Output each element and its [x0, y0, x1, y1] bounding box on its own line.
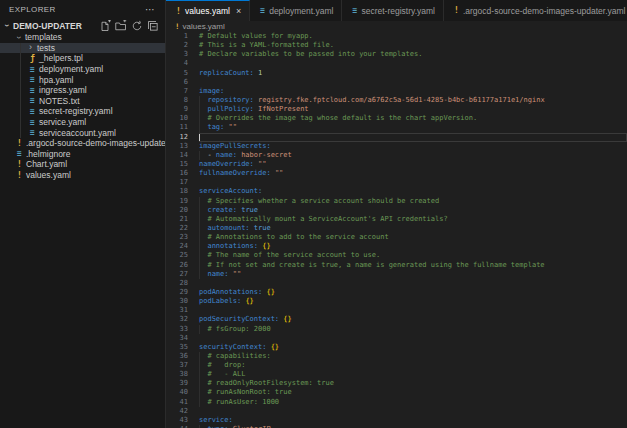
- code-line-36: 36 # capabilities:: [166, 352, 627, 361]
- document-icon: ≡: [28, 128, 37, 137]
- line-content: # - ALL: [199, 370, 627, 379]
- line-number: 32: [166, 315, 188, 324]
- indent-guide: [199, 398, 200, 407]
- line-number: 20: [166, 206, 188, 215]
- document-icon: ≡: [28, 86, 37, 95]
- collapse-all-icon[interactable]: [147, 20, 159, 32]
- indent-guide: [199, 270, 200, 279]
- tree-item-templates[interactable]: ›templates: [0, 32, 165, 43]
- line-content: nameOverride: "": [199, 160, 627, 169]
- file-label: serviceaccount.yaml: [39, 128, 116, 138]
- indent-guide: [199, 251, 200, 260]
- indent-guide: [199, 96, 200, 105]
- code-line-34: 34: [166, 334, 627, 343]
- tree-item--helpers-tpl[interactable]: ƒ_helpers.tpl: [0, 53, 165, 64]
- tree-item-values-yaml[interactable]: !values.yaml: [0, 170, 165, 181]
- new-file-icon[interactable]: [99, 20, 111, 32]
- tree-item--helmignore[interactable]: ≡.helmignore: [0, 149, 165, 160]
- yaml-warning-icon: !: [15, 171, 24, 180]
- template-file-icon: ƒ: [28, 54, 37, 63]
- code-line-35: 35securityContext: {}: [166, 343, 627, 352]
- line-number: 23: [166, 233, 188, 242]
- file-label: tests: [37, 43, 55, 53]
- line-content: # Declare variables to be passed into yo…: [199, 50, 627, 59]
- line-content: replicaCount: 1: [199, 69, 627, 78]
- document-icon: ≡: [258, 6, 267, 15]
- file-label: Chart.yaml: [26, 159, 67, 169]
- code-line-19: 19 # Specifies whether a service account…: [166, 197, 627, 206]
- code-line-20: 20 create: true: [166, 206, 627, 215]
- workspace-section-header[interactable]: › DEMO-UPDATER: [0, 19, 165, 32]
- tree-item-deployment-yaml[interactable]: ≡deployment.yaml: [0, 64, 165, 75]
- line-number: 36: [166, 352, 188, 361]
- tab-bar: !values.yaml×≡deployment.yaml≡secret-reg…: [166, 0, 627, 21]
- line-number: 30: [166, 297, 188, 306]
- line-number: 28: [166, 279, 188, 288]
- code-editor[interactable]: 1# Default values for myapp.2# This is a…: [166, 32, 627, 428]
- tree-item-tests[interactable]: ›tests: [0, 43, 165, 54]
- line-content: # drop:: [199, 361, 627, 370]
- line-number: 38: [166, 370, 188, 379]
- indent-guide: [199, 370, 200, 379]
- line-content: imagePullSecrets:: [199, 142, 627, 151]
- line-content: name: "": [199, 270, 627, 279]
- tree-item-hpa-yaml[interactable]: ≡hpa.yaml: [0, 74, 165, 85]
- indent-guide: [199, 123, 200, 132]
- line-number: 21: [166, 215, 188, 224]
- line-number: 43: [166, 416, 188, 425]
- tab-label: values.yaml: [185, 6, 230, 16]
- tree-item-ingress-yaml[interactable]: ≡ingress.yaml: [0, 85, 165, 96]
- code-line-4: 4: [166, 59, 627, 68]
- tree-item-serviceaccount-yaml[interactable]: ≡serviceaccount.yaml: [0, 127, 165, 138]
- tree-item-notes-txt[interactable]: ≡NOTES.txt: [0, 96, 165, 107]
- yaml-warning-icon: !: [174, 7, 183, 16]
- line-number: 22: [166, 224, 188, 233]
- code-line-26: 26 # If not set and create is true, a na…: [166, 261, 627, 270]
- line-content: serviceAccount:: [199, 187, 627, 196]
- file-label: _helpers.tpl: [39, 53, 83, 63]
- line-content: create: true: [199, 206, 627, 215]
- tab-values-yaml[interactable]: !values.yaml×: [166, 0, 250, 21]
- line-content: [199, 407, 627, 416]
- line-content: repository: registry.fke.fptcloud.com/a6…: [199, 96, 627, 105]
- line-content: # The name of the service account to use…: [199, 251, 627, 260]
- refresh-icon[interactable]: [131, 20, 143, 32]
- file-label: deployment.yaml: [39, 64, 103, 74]
- line-content: # runAsNonRoot: true: [199, 388, 627, 397]
- line-content: podSecurityContext: {}: [199, 315, 627, 324]
- document-icon: ≡: [28, 75, 37, 84]
- file-label: service.yaml: [39, 117, 86, 127]
- code-line-14: 14 - name: habor-secret: [166, 151, 627, 160]
- line-number: 8: [166, 96, 188, 105]
- editor-group: !values.yaml×≡deployment.yaml≡secret-reg…: [166, 0, 627, 428]
- indent-guide: [199, 114, 200, 123]
- tab-deployment-yaml[interactable]: ≡deployment.yaml: [250, 0, 342, 21]
- code-line-40: 40 # runAsNonRoot: true: [166, 388, 627, 397]
- code-line-18: 18serviceAccount:: [166, 187, 627, 196]
- tab-secret-registry-yaml[interactable]: ≡secret-registry.yaml: [342, 0, 444, 21]
- document-icon: ≡: [28, 96, 37, 105]
- code-line-41: 41 # runAsUser: 1000: [166, 398, 627, 407]
- code-line-31: 31: [166, 306, 627, 315]
- yaml-warning-icon: !: [452, 6, 461, 15]
- tab--argocd-source-demo-images-updater-yaml[interactable]: !.argocd-source-demo-images-updater.yaml: [444, 0, 627, 21]
- line-content: # This is a YAML-formatted file.: [199, 41, 627, 50]
- more-actions-icon[interactable]: ⋯: [145, 6, 155, 14]
- line-content: podLabels: {}: [199, 297, 627, 306]
- new-folder-icon[interactable]: [115, 20, 127, 32]
- tree-item--argocd-source-demo-images-updater-yaml[interactable]: !.argocd-source-demo-images-updater.yaml: [0, 138, 165, 149]
- file-label: NOTES.txt: [39, 96, 80, 106]
- tree-item-service-yaml[interactable]: ≡service.yaml: [0, 117, 165, 128]
- code-line-2: 2# This is a YAML-formatted file.: [166, 41, 627, 50]
- tree-item-chart-yaml[interactable]: !Chart.yaml: [0, 159, 165, 170]
- vscode-window: EXPLORER ⋯ › DEMO-UPDATER ›templates›tes…: [0, 0, 627, 428]
- line-content: [199, 178, 627, 187]
- code-line-43: 43service:: [166, 416, 627, 425]
- tree-item-secret-registry-yaml[interactable]: ≡secret-registry.yaml: [0, 106, 165, 117]
- line-content: # If not set and create is true, a name …: [199, 261, 627, 270]
- line-content: image:: [199, 87, 627, 96]
- code-line-33: 33 # fsGroup: 2000: [166, 325, 627, 334]
- close-tab-icon[interactable]: ×: [236, 6, 241, 16]
- breadcrumb[interactable]: ! values.yaml: [166, 21, 627, 32]
- yaml-warning-icon: !: [15, 139, 24, 148]
